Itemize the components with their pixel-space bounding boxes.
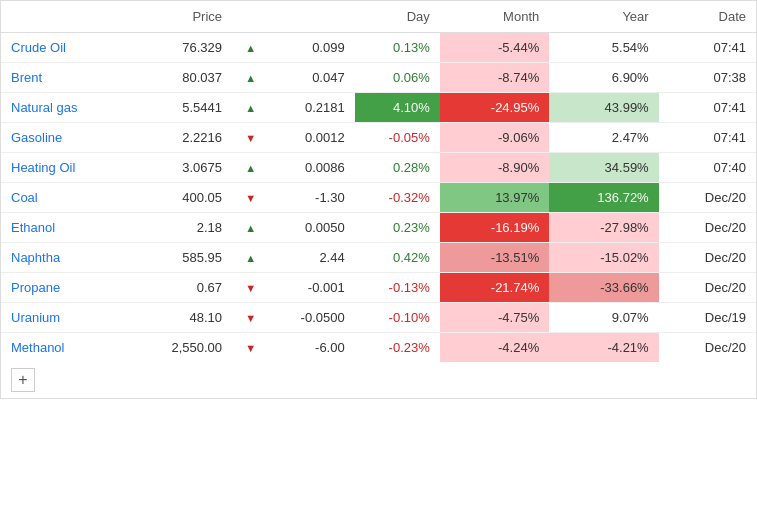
down-arrow-icon: ▼ bbox=[245, 342, 256, 354]
change-value: 0.047 bbox=[270, 63, 355, 93]
change-value: -6.00 bbox=[270, 333, 355, 363]
direction-arrow: ▲ bbox=[232, 63, 270, 93]
direction-arrow: ▲ bbox=[232, 93, 270, 123]
up-arrow-icon: ▲ bbox=[245, 222, 256, 234]
date-value: Dec/19 bbox=[659, 303, 756, 333]
commodity-price: 80.037 bbox=[135, 63, 232, 93]
month-change: -9.06% bbox=[440, 123, 549, 153]
commodity-name[interactable]: Crude Oil bbox=[1, 33, 135, 63]
commodity-price: 76.329 bbox=[135, 33, 232, 63]
year-change: -15.02% bbox=[549, 243, 658, 273]
month-change: -8.74% bbox=[440, 63, 549, 93]
table-row: Coal400.05▼-1.30-0.32%13.97%136.72%Dec/2… bbox=[1, 183, 756, 213]
commodity-price: 400.05 bbox=[135, 183, 232, 213]
commodity-name[interactable]: Ethanol bbox=[1, 213, 135, 243]
table-footer: + bbox=[1, 362, 756, 398]
table-row: Brent80.037▲0.0470.06%-8.74%6.90%07:38 bbox=[1, 63, 756, 93]
date-value: Dec/20 bbox=[659, 333, 756, 363]
commodity-name[interactable]: Natural gas bbox=[1, 93, 135, 123]
table-row: Natural gas5.5441▲0.21814.10%-24.95%43.9… bbox=[1, 93, 756, 123]
commodity-name[interactable]: Heating Oil bbox=[1, 153, 135, 183]
commodity-price: 2.18 bbox=[135, 213, 232, 243]
day-change: -0.10% bbox=[355, 303, 440, 333]
table-body: Crude Oil76.329▲0.0990.13%-5.44%5.54%07:… bbox=[1, 33, 756, 363]
up-arrow-icon: ▲ bbox=[245, 42, 256, 54]
direction-arrow: ▼ bbox=[232, 123, 270, 153]
table-row: Heating Oil3.0675▲0.00860.28%-8.90%34.59… bbox=[1, 153, 756, 183]
table-row: Uranium48.10▼-0.0500-0.10%-4.75%9.07%Dec… bbox=[1, 303, 756, 333]
commodity-price: 3.0675 bbox=[135, 153, 232, 183]
date-value: Dec/20 bbox=[659, 213, 756, 243]
direction-arrow: ▲ bbox=[232, 213, 270, 243]
add-row-button[interactable]: + bbox=[11, 368, 35, 392]
day-change: 0.06% bbox=[355, 63, 440, 93]
change-value: -1.30 bbox=[270, 183, 355, 213]
commodity-price: 2.2216 bbox=[135, 123, 232, 153]
col-month: Month bbox=[440, 1, 549, 33]
commodity-name[interactable]: Brent bbox=[1, 63, 135, 93]
commodity-name[interactable]: Methanol bbox=[1, 333, 135, 363]
year-change: 136.72% bbox=[549, 183, 658, 213]
direction-arrow: ▼ bbox=[232, 333, 270, 363]
month-change: 13.97% bbox=[440, 183, 549, 213]
col-year: Year bbox=[549, 1, 658, 33]
change-value: 2.44 bbox=[270, 243, 355, 273]
table-row: Gasoline2.2216▼0.0012-0.05%-9.06%2.47%07… bbox=[1, 123, 756, 153]
direction-arrow: ▲ bbox=[232, 33, 270, 63]
down-arrow-icon: ▼ bbox=[245, 312, 256, 324]
up-arrow-icon: ▲ bbox=[245, 252, 256, 264]
commodity-price: 5.5441 bbox=[135, 93, 232, 123]
commodity-price: 585.95 bbox=[135, 243, 232, 273]
date-value: 07:38 bbox=[659, 63, 756, 93]
change-value: 0.2181 bbox=[270, 93, 355, 123]
month-change: -24.95% bbox=[440, 93, 549, 123]
commodity-name[interactable]: Uranium bbox=[1, 303, 135, 333]
commodities-table-wrapper: Price Day Month Year Date Crude Oil76.32… bbox=[0, 0, 757, 399]
col-date: Date bbox=[659, 1, 756, 33]
year-change: -33.66% bbox=[549, 273, 658, 303]
month-change: -4.24% bbox=[440, 333, 549, 363]
table-header: Price Day Month Year Date bbox=[1, 1, 756, 33]
month-change: -4.75% bbox=[440, 303, 549, 333]
col-day: Day bbox=[355, 1, 440, 33]
date-value: Dec/20 bbox=[659, 243, 756, 273]
date-value: 07:41 bbox=[659, 123, 756, 153]
change-value: 0.099 bbox=[270, 33, 355, 63]
table-row: Ethanol2.18▲0.00500.23%-16.19%-27.98%Dec… bbox=[1, 213, 756, 243]
date-value: 07:40 bbox=[659, 153, 756, 183]
direction-arrow: ▲ bbox=[232, 243, 270, 273]
commodity-name[interactable]: Propane bbox=[1, 273, 135, 303]
col-change-val bbox=[270, 1, 355, 33]
date-value: Dec/20 bbox=[659, 183, 756, 213]
day-change: -0.13% bbox=[355, 273, 440, 303]
commodity-name[interactable]: Gasoline bbox=[1, 123, 135, 153]
year-change: -27.98% bbox=[549, 213, 658, 243]
commodity-price: 48.10 bbox=[135, 303, 232, 333]
year-change: 2.47% bbox=[549, 123, 658, 153]
col-name bbox=[1, 1, 135, 33]
commodity-name[interactable]: Naphtha bbox=[1, 243, 135, 273]
commodity-price: 2,550.00 bbox=[135, 333, 232, 363]
col-price: Price bbox=[135, 1, 232, 33]
year-change: 5.54% bbox=[549, 33, 658, 63]
day-change: -0.32% bbox=[355, 183, 440, 213]
day-change: 0.23% bbox=[355, 213, 440, 243]
direction-arrow: ▲ bbox=[232, 153, 270, 183]
day-change: 0.42% bbox=[355, 243, 440, 273]
up-arrow-icon: ▲ bbox=[245, 72, 256, 84]
down-arrow-icon: ▼ bbox=[245, 192, 256, 204]
month-change: -8.90% bbox=[440, 153, 549, 183]
date-value: 07:41 bbox=[659, 33, 756, 63]
commodity-name[interactable]: Coal bbox=[1, 183, 135, 213]
month-change: -16.19% bbox=[440, 213, 549, 243]
date-value: 07:41 bbox=[659, 93, 756, 123]
change-value: 0.0012 bbox=[270, 123, 355, 153]
year-change: 43.99% bbox=[549, 93, 658, 123]
table-row: Crude Oil76.329▲0.0990.13%-5.44%5.54%07:… bbox=[1, 33, 756, 63]
direction-arrow: ▼ bbox=[232, 303, 270, 333]
down-arrow-icon: ▼ bbox=[245, 132, 256, 144]
month-change: -13.51% bbox=[440, 243, 549, 273]
up-arrow-icon: ▲ bbox=[245, 102, 256, 114]
date-value: Dec/20 bbox=[659, 273, 756, 303]
table-row: Methanol2,550.00▼-6.00-0.23%-4.24%-4.21%… bbox=[1, 333, 756, 363]
